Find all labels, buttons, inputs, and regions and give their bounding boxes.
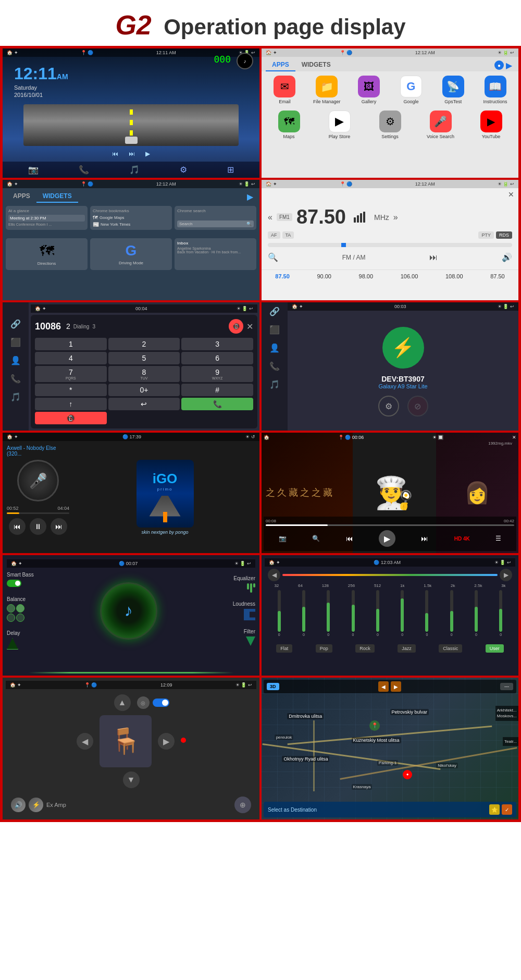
app-voice-search[interactable]: 🎤 Voice Search [425, 111, 456, 139]
radio-search-icon[interactable]: 🔍 [268, 252, 278, 262]
app-instructions[interactable]: 📖 Instructions [480, 76, 511, 104]
smart-bass-toggle[interactable] [7, 580, 21, 587]
app-gallery[interactable]: 🖼 Gallery [353, 76, 384, 104]
play-pause-btn[interactable]: ⏸ [30, 518, 46, 535]
video-hd-badge[interactable]: HD 4K [454, 536, 470, 542]
balance-bl[interactable] [7, 614, 15, 622]
delete-btn[interactable]: ✕ [246, 322, 253, 332]
video-next-btn[interactable]: ⏭ [421, 534, 428, 543]
bt-music-icon[interactable]: 🎵 [269, 379, 280, 389]
bt-disconnect-btn[interactable]: ⊘ [407, 396, 428, 416]
preset-classic[interactable]: Classic [439, 644, 462, 653]
app-google[interactable]: G Google [395, 76, 427, 104]
balance-br[interactable] [16, 614, 24, 622]
key-4[interactable]: 4 [35, 352, 107, 364]
preset-rock[interactable]: Rock [355, 644, 375, 653]
eq-slider-64[interactable]: 0 [302, 590, 305, 642]
contact-icon[interactable]: 👤 [10, 356, 21, 365]
bt-contact-icon[interactable]: 👤 [269, 343, 280, 353]
eq-prev-btn[interactable]: ◀ [268, 569, 280, 581]
widget-chrome-search[interactable]: Chrome search Search🔍 [175, 206, 256, 230]
eq-slider-128[interactable]: 0 [327, 590, 330, 642]
app-email[interactable]: ✉ Email [269, 76, 300, 104]
radio-close-btn[interactable]: ✕ [508, 190, 514, 199]
radio-seekbar[interactable] [268, 243, 512, 247]
eq-slider-32[interactable]: 0 [278, 590, 281, 642]
widgets-store-btn[interactable]: ▶ [247, 192, 253, 202]
key-9[interactable]: 9WXYZ [181, 366, 253, 382]
eq-slider-1k[interactable]: 0 [401, 590, 404, 642]
preset-flat[interactable]: Flat [276, 644, 292, 653]
eq-slider-3k[interactable]: 0 [499, 590, 502, 642]
nav-3d-toggle[interactable]: 3D [267, 683, 279, 690]
eq-slider-2k[interactable]: 0 [450, 590, 453, 642]
balance-tl[interactable] [7, 604, 15, 612]
call-btn[interactable]: 📞 [181, 398, 253, 410]
music-sidebar-icon[interactable]: 🎵 [10, 392, 21, 402]
car-toggle-control-1[interactable]: ◎ [137, 696, 150, 709]
key-5[interactable]: 5 [108, 352, 180, 364]
app-maps[interactable]: 🗺 Maps [274, 111, 305, 139]
car-seat-toggle[interactable] [153, 699, 169, 707]
music-progress-bar[interactable] [7, 512, 69, 514]
widget-driving-mode[interactable]: G Driving Mode [90, 238, 172, 270]
video-menu-btn[interactable]: ☰ [495, 535, 501, 542]
key-8[interactable]: 8TUV [108, 366, 180, 382]
settings-icon[interactable]: ⚙ [180, 165, 187, 175]
nav-turn-right-btn[interactable]: ▶ [391, 681, 401, 692]
video-screenshot-btn[interactable]: 📷 [279, 535, 287, 542]
link-icon[interactable]: 🔗 [10, 319, 21, 329]
eq-slider-1_5k[interactable]: 0 [425, 590, 428, 642]
video-prev-btn[interactable]: ⏮ [346, 534, 353, 543]
nav-icon-1[interactable]: 📍 [369, 720, 380, 731]
car-up-btn[interactable]: ▲ [114, 694, 131, 711]
nav-confirm-btn[interactable]: ✓ [502, 804, 512, 815]
app-gpstest[interactable]: 📡 GpsTest [438, 76, 469, 104]
play-store-link-icon[interactable]: ▶ [506, 60, 512, 70]
key-3[interactable]: 3 [181, 338, 253, 350]
apps-toggle-btn[interactable]: ● [494, 60, 504, 70]
app-play-store[interactable]: ▶ Play Store [324, 111, 355, 139]
hangup-btn[interactable]: 📵 [35, 412, 107, 424]
video-progress-bar[interactable] [266, 524, 514, 526]
tab-apps-2[interactable]: APPS [7, 190, 36, 203]
nav-favorite-btn[interactable]: ⭐ [489, 804, 500, 815]
end-call-btn[interactable]: 📵 [229, 319, 243, 334]
key-back[interactable]: ↩ [108, 398, 180, 410]
call-log-icon[interactable]: 📞 [10, 374, 21, 384]
video-play-btn[interactable]: ▶ [379, 530, 395, 547]
eq-next-btn[interactable]: ▶ [500, 569, 512, 581]
app-youtube[interactable]: ▶ YouTube [476, 111, 507, 139]
home-bottom-nav[interactable]: 📷 📞 🎵 ⚙ ⊞ [3, 162, 259, 178]
key-1[interactable]: 1 [35, 338, 107, 350]
key-0[interactable]: 0+ [108, 384, 180, 396]
car-down-btn[interactable]: ▼ [123, 771, 140, 788]
eq-slider-512[interactable]: 0 [376, 590, 379, 642]
preset-pop[interactable]: Pop [316, 644, 332, 653]
camera-icon[interactable]: 📷 [28, 165, 39, 175]
prev-track-btn[interactable]: ⏮ [9, 518, 26, 535]
music-icon[interactable]: 🎵 [129, 165, 140, 175]
balance-tr[interactable] [16, 604, 24, 612]
phone-icon[interactable]: 📞 [79, 165, 89, 175]
preset-user[interactable]: User [486, 644, 504, 653]
bt-keypad-icon[interactable]: ⬛ [269, 325, 280, 335]
app-settings[interactable]: ⚙ Settings [375, 111, 406, 139]
key-6[interactable]: 6 [181, 352, 253, 364]
bt-link-icon[interactable]: 🔗 [269, 307, 280, 316]
video-close-btn[interactable]: ✕ [512, 435, 516, 440]
tab-widgets[interactable]: WIDGETS [295, 59, 337, 71]
widget-email[interactable]: Inbox Angeline Sparkonina Back from Vaca… [175, 238, 256, 270]
bt-call-icon[interactable]: 📞 [269, 361, 280, 371]
app-file-manager[interactable]: 📁 File Manager [311, 76, 342, 104]
widget-directions[interactable]: 🗺 Directions [6, 238, 88, 270]
preset-jazz[interactable]: Jazz [398, 644, 416, 653]
next-track-btn[interactable]: ⏭ [51, 518, 67, 535]
delay-indicator[interactable] [7, 638, 18, 650]
key-star[interactable]: * [35, 384, 107, 396]
key-hash[interactable]: # [181, 384, 253, 396]
eq-slider-2_5k[interactable]: 0 [475, 590, 478, 642]
bt-settings-btn[interactable]: ⚙ [378, 396, 399, 416]
tab-apps[interactable]: APPS [266, 59, 295, 71]
key-2[interactable]: 2 [108, 338, 180, 350]
